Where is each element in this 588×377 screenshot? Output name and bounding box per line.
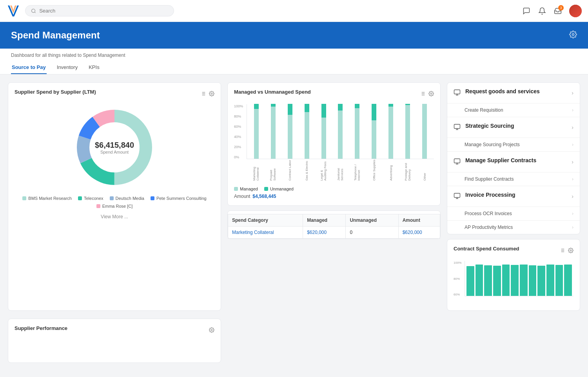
- mu-filter-icon[interactable]: [420, 91, 425, 98]
- col-amount: Amount: [398, 214, 440, 227]
- invoice-processing-icon: [454, 192, 461, 201]
- action-supplier-contracts[interactable]: Manage Supplier Contracts ›: [447, 152, 580, 172]
- legend-emma: Emma Rose [C]: [96, 204, 133, 208]
- ap-productivity-item[interactable]: AP Productivity Metrics ›: [447, 221, 580, 234]
- filter-icon[interactable]: [200, 91, 206, 98]
- view-more-button[interactable]: View More ...: [15, 214, 214, 219]
- strategic-sourcing-content: Strategic Sourcing: [465, 123, 567, 130]
- bell-icon[interactable]: [538, 7, 546, 15]
- row-managed: $620,000: [303, 227, 346, 239]
- create-requisition-item[interactable]: Create Requisition ›: [447, 103, 580, 117]
- legend-teleconex: Teleconex: [78, 196, 103, 201]
- action-request-goods[interactable]: Request goods and services ›: [447, 83, 580, 103]
- tab-source-to-pay[interactable]: Source to Pay: [11, 61, 47, 74]
- search-input[interactable]: [39, 8, 168, 14]
- svg-point-8: [211, 93, 212, 94]
- manage-sourcing-arrow: ›: [572, 142, 573, 147]
- avatar[interactable]: [569, 5, 582, 17]
- contract-card-icons: [559, 248, 573, 254]
- mini-bar-11: [564, 265, 572, 296]
- chat-icon[interactable]: [522, 7, 531, 15]
- action-strategic-sourcing[interactable]: Strategic Sourcing ›: [447, 117, 580, 138]
- svg-rect-30: [454, 193, 460, 198]
- supplier-contracts-content: Manage Supplier Contracts: [465, 157, 567, 165]
- contract-gear-icon[interactable]: [568, 248, 573, 254]
- supplier-performance-card: Supplier Performance: [8, 319, 221, 363]
- mini-bar-7: [529, 265, 537, 296]
- supplier-perf-gear[interactable]: [209, 327, 214, 334]
- chart-legend: Managed Unmanaged: [234, 187, 434, 191]
- nav-icons: 3: [522, 5, 582, 17]
- bar-group-9: [400, 104, 416, 159]
- supplier-perf-content: [15, 341, 214, 356]
- col-spend-category: Spend Category: [228, 214, 303, 227]
- manage-sourcing-item[interactable]: Manage Sourcing Projects ›: [447, 138, 580, 152]
- mini-bar-0: [466, 266, 474, 296]
- supplier-perf-header: Supplier Performance: [15, 325, 214, 336]
- supplier-perf-title: Supplier Performance: [15, 325, 67, 331]
- page-title: Spend Management: [11, 30, 100, 41]
- mini-bar-9: [546, 265, 554, 296]
- legend-label-pete: Pete Summers Consulting: [156, 196, 207, 201]
- legend-dot-unmanaged: [264, 187, 268, 191]
- amount-value: $4,568,445: [252, 194, 276, 199]
- logo[interactable]: [6, 4, 20, 18]
- action-invoice-processing[interactable]: Invoice Processing ›: [447, 186, 580, 207]
- managed-unmanaged-title: Managed vs Unmanaged Spend: [234, 89, 311, 95]
- mini-bar-10: [555, 265, 563, 296]
- invoice-processing-title: Invoice Processing: [465, 192, 567, 198]
- svg-point-40: [211, 329, 212, 331]
- bar-group-2: [282, 104, 298, 159]
- ap-productivity-text: AP Productivity Metrics: [465, 225, 569, 230]
- bar-group-8: [383, 104, 399, 159]
- find-supplier-contracts-text: Find Supplier Contracts: [465, 176, 569, 182]
- strategic-sourcing-arrow: ›: [572, 124, 573, 130]
- main-content: Supplier Spend by Supplier (LTM): [0, 74, 588, 319]
- mu-card-icons: [420, 91, 434, 98]
- mini-bar-6: [520, 265, 528, 296]
- spend-table-card: Spend Category Managed Unmanaged Amount …: [227, 210, 441, 239]
- legend-pete: Pete Summers Consulting: [151, 196, 207, 201]
- mini-bar-4: [502, 265, 510, 296]
- settings-icon[interactable]: [569, 31, 577, 40]
- strategic-sourcing-icon: [454, 123, 461, 132]
- legend-bms: BMS Market Research: [22, 196, 72, 201]
- mini-bar-5: [511, 265, 519, 296]
- find-contracts-arrow: ›: [572, 176, 573, 182]
- tab-inventory[interactable]: Inventory: [56, 61, 78, 74]
- tab-kpis[interactable]: KPIs: [88, 61, 100, 74]
- search-box[interactable]: [25, 5, 174, 16]
- sub-header: Dashboard for all things related to Spen…: [0, 49, 588, 74]
- legend-unmanaged-label: Unmanaged: [270, 187, 294, 191]
- top-navigation: 3: [0, 0, 588, 22]
- row-amount: $620,000: [398, 227, 440, 239]
- row-category[interactable]: Marketing Collateral: [228, 227, 303, 239]
- svg-rect-21: [454, 90, 460, 94]
- spend-table: Spend Category Managed Unmanaged Amount …: [228, 214, 440, 239]
- mini-bar-8: [537, 266, 545, 296]
- svg-rect-27: [454, 159, 460, 163]
- bar-group-5: [333, 104, 348, 159]
- mu-gear-icon[interactable]: [428, 91, 434, 98]
- svg-point-0: [32, 9, 35, 13]
- request-icon: [454, 89, 461, 98]
- page-header: Spend Management: [0, 22, 588, 49]
- supplier-contracts-icon: [454, 158, 461, 167]
- gear-card-icon[interactable]: [209, 91, 214, 98]
- svg-point-39: [570, 250, 572, 251]
- invoice-processing-content: Invoice Processing: [465, 192, 567, 199]
- contract-filter-icon[interactable]: [559, 248, 565, 254]
- process-ocr-text: Process OCR Invoices: [465, 211, 569, 216]
- supplier-spend-card: Supplier Spend by Supplier (LTM): [8, 82, 221, 311]
- bottom-right-spacer: [447, 319, 580, 338]
- legend-dot-emma: [96, 204, 100, 208]
- col-managed: Managed: [303, 214, 346, 227]
- inbox-icon[interactable]: 3: [554, 7, 562, 15]
- donut-center: $6,415,840 Spend Amount: [95, 141, 134, 154]
- legend-unmanaged: Unmanaged: [264, 187, 294, 191]
- find-supplier-contracts-item[interactable]: Find Supplier Contracts ›: [447, 172, 580, 186]
- process-ocr-item[interactable]: Process OCR Invoices ›: [447, 207, 580, 221]
- legend-dot-deutsch: [110, 196, 114, 200]
- bar-chart-wrapper: 100%80%60%40%20%0%: [234, 104, 434, 183]
- create-requisition-text: Create Requisition: [465, 107, 569, 113]
